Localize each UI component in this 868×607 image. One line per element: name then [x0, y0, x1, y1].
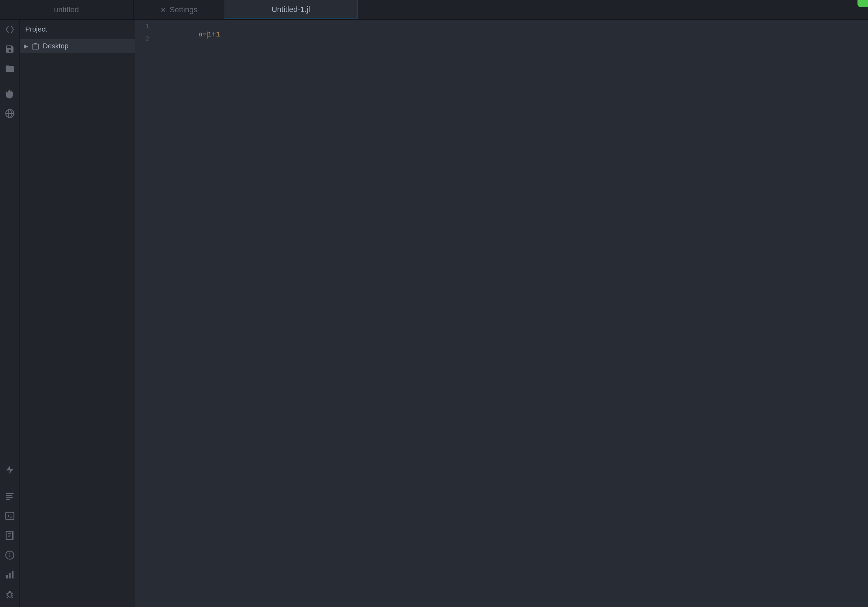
- folder-icon: [5, 64, 15, 74]
- code-num-2: 1: [216, 31, 220, 39]
- code-line-2: 2: [135, 35, 868, 48]
- sidebar-icon-debug[interactable]: [0, 585, 20, 604]
- chevron-right-icon: ▶: [24, 43, 28, 50]
- line-number-1: 1: [135, 22, 157, 31]
- info-icon: [5, 550, 15, 560]
- svg-rect-19: [12, 571, 13, 579]
- line-number-2: 2: [135, 35, 157, 43]
- lightning-icon: [5, 465, 15, 474]
- chart-icon: [5, 570, 15, 580]
- tab-settings-label: Settings: [170, 5, 198, 14]
- file-panel: Project ▶ Desktop: [20, 20, 135, 607]
- sidebar-icon-chart[interactable]: [0, 565, 20, 585]
- sidebar-icon-save[interactable]: [0, 39, 20, 59]
- sidebar-icon-run[interactable]: [0, 84, 20, 104]
- svg-rect-18: [9, 573, 11, 578]
- svg-rect-6: [6, 499, 10, 500]
- svg-rect-17: [6, 575, 8, 579]
- tab-untitled-label: untitled: [54, 5, 79, 14]
- book-icon: [5, 531, 15, 540]
- svg-line-21: [6, 593, 8, 594]
- tab-settings[interactable]: ✕ Settings: [133, 0, 224, 19]
- svg-rect-5: [6, 497, 12, 498]
- code-op-equals: =: [203, 31, 207, 39]
- editor-content[interactable]: 1 a=1+1 2: [135, 20, 868, 607]
- tab-untitled-jl-label: Untitled-1.jl: [271, 5, 310, 14]
- svg-line-25: [6, 597, 8, 598]
- icon-sidebar: [0, 20, 20, 607]
- code-line-1: 1 a=1+1: [135, 22, 868, 35]
- sidebar-icon-workspace[interactable]: [0, 486, 20, 506]
- sidebar-icon-lightning[interactable]: [0, 460, 20, 479]
- svg-rect-9: [6, 531, 12, 539]
- code-var-a: a: [198, 31, 203, 39]
- code-icon: [5, 25, 15, 34]
- svg-line-22: [12, 593, 13, 594]
- bug-icon: [5, 590, 15, 599]
- tab-bar: untitled ✕ Settings Untitled-1.jl: [0, 0, 868, 20]
- list-icon: [5, 491, 15, 501]
- fire-icon: [5, 89, 15, 99]
- green-indicator: [857, 0, 868, 7]
- sidebar-icon-globe[interactable]: [0, 104, 20, 123]
- code-op-plus: +: [212, 31, 216, 39]
- sidebar-icon-docs[interactable]: [0, 526, 20, 545]
- sidebar-icon-info[interactable]: [0, 545, 20, 565]
- terminal-icon: [5, 511, 15, 521]
- tab-untitled-jl[interactable]: Untitled-1.jl: [224, 0, 358, 19]
- settings-x-icon: ✕: [160, 6, 166, 14]
- svg-rect-28: [34, 43, 36, 44]
- panel-header: Project: [20, 20, 135, 39]
- line-content-1: a=1+1: [157, 22, 220, 46]
- panel-title: Project: [25, 25, 47, 33]
- desktop-folder-icon: [31, 42, 39, 50]
- editor-area[interactable]: 1 a=1+1 2: [135, 20, 868, 607]
- globe-icon: [5, 108, 15, 118]
- svg-rect-13: [12, 531, 13, 539]
- code-num-1: 1: [208, 31, 212, 39]
- file-tree-item-label: Desktop: [43, 42, 68, 50]
- svg-rect-3: [6, 493, 13, 494]
- svg-line-26: [12, 597, 13, 598]
- tab-untitled[interactable]: untitled: [0, 0, 133, 19]
- svg-point-16: [9, 553, 10, 554]
- file-tree: ▶ Desktop: [20, 39, 135, 607]
- svg-rect-4: [6, 495, 12, 496]
- file-tree-item-desktop[interactable]: ▶ Desktop: [20, 39, 135, 53]
- main-area: Project ▶ Desktop 1 a=1+1: [0, 20, 868, 607]
- svg-point-20: [8, 592, 12, 597]
- sidebar-icon-terminal[interactable]: [0, 506, 20, 526]
- sidebar-icon-code[interactable]: [0, 20, 20, 39]
- sidebar-icon-folder[interactable]: [0, 59, 20, 79]
- save-icon: [5, 44, 15, 54]
- svg-rect-27: [32, 44, 39, 49]
- svg-rect-7: [6, 513, 14, 520]
